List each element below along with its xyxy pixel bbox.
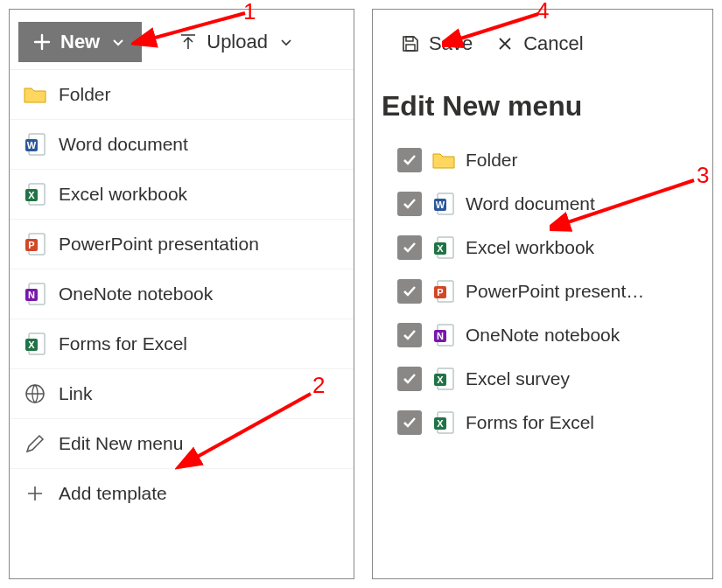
- powerpoint-icon: P: [432, 280, 455, 303]
- check-item-label: PowerPoint presentation: [466, 281, 645, 302]
- check-item-onenote[interactable]: N OneNote notebook: [397, 313, 695, 357]
- excel-icon: X: [432, 411, 455, 434]
- annotation-number-3: 3: [697, 162, 709, 189]
- check-item-excel[interactable]: X Excel workbook: [397, 226, 695, 270]
- excel-icon: X: [432, 368, 455, 390]
- svg-text:W: W: [27, 140, 37, 150]
- annotation-number-1: 1: [243, 0, 256, 25]
- close-icon: [494, 32, 516, 55]
- menu-item-add-template[interactable]: Add template: [10, 469, 354, 518]
- cancel-button[interactable]: Cancel: [494, 32, 583, 55]
- menu-item-label: Forms for Excel: [59, 333, 187, 354]
- svg-text:X: X: [28, 340, 35, 350]
- save-button-label: Save: [429, 32, 473, 55]
- page-title: Edit New menu: [373, 64, 712, 138]
- save-button[interactable]: Save: [399, 32, 473, 55]
- check-item-label: Folder: [466, 150, 518, 171]
- excel-icon: X: [432, 236, 455, 259]
- upload-button-label: Upload: [207, 31, 268, 53]
- new-button-label: New: [60, 31, 100, 53]
- upload-button[interactable]: Upload: [177, 31, 298, 53]
- menu-item-powerpoint[interactable]: P PowerPoint presentation: [10, 220, 354, 270]
- menu-item-label: Edit New menu: [59, 433, 183, 454]
- onenote-icon: N: [432, 324, 455, 346]
- word-icon: W: [24, 133, 46, 156]
- upload-icon: [177, 31, 200, 53]
- check-item-word[interactable]: W Word document: [397, 182, 695, 226]
- menu-item-label: Link: [59, 383, 93, 404]
- menu-item-forms-excel[interactable]: X Forms for Excel: [10, 319, 354, 369]
- folder-icon: [24, 83, 46, 106]
- folder-icon: [432, 149, 455, 172]
- menu-item-label: Excel workbook: [59, 184, 187, 205]
- checkbox-checked-icon[interactable]: [397, 323, 422, 347]
- toolbar: New Upload: [10, 10, 354, 69]
- menu-item-edit-new-menu[interactable]: Edit New menu: [10, 419, 354, 469]
- save-icon: [399, 32, 422, 55]
- svg-text:P: P: [28, 240, 34, 250]
- word-icon: W: [432, 192, 455, 215]
- svg-text:N: N: [437, 331, 444, 341]
- svg-text:X: X: [437, 374, 444, 385]
- checkbox-checked-icon[interactable]: [397, 367, 422, 391]
- check-item-label: Forms for Excel: [466, 412, 594, 433]
- excel-icon: X: [24, 332, 46, 355]
- check-item-label: OneNote notebook: [466, 325, 620, 346]
- menu-item-word[interactable]: W Word document: [10, 120, 354, 170]
- edit-menu-list: Folder W Word document X Excel workbook …: [373, 138, 712, 453]
- svg-text:P: P: [437, 287, 443, 298]
- plus-icon: [24, 482, 46, 505]
- menu-item-label: OneNote notebook: [59, 284, 213, 304]
- check-item-folder[interactable]: Folder: [397, 138, 695, 182]
- annotation-number-2: 2: [312, 372, 325, 399]
- plus-icon: [31, 31, 53, 53]
- svg-text:X: X: [437, 243, 444, 254]
- check-item-label: Excel survey: [466, 368, 570, 389]
- new-button[interactable]: New: [18, 22, 142, 62]
- checkbox-checked-icon[interactable]: [397, 148, 422, 172]
- annotation-number-4: 4: [536, 0, 549, 24]
- check-item-label: Excel workbook: [466, 237, 594, 258]
- powerpoint-icon: P: [24, 233, 46, 256]
- checkbox-checked-icon[interactable]: [397, 410, 422, 435]
- excel-icon: X: [24, 183, 46, 206]
- svg-text:W: W: [436, 200, 445, 210]
- check-item-powerpoint[interactable]: P PowerPoint presentation: [397, 270, 695, 313]
- new-menu: Folder W Word document X Excel workbook …: [10, 69, 354, 518]
- svg-rect-17: [406, 45, 415, 51]
- svg-text:X: X: [28, 190, 35, 200]
- menu-item-link[interactable]: Link: [10, 369, 354, 419]
- check-item-forms-excel[interactable]: X Forms for Excel: [397, 401, 695, 444]
- onenote-icon: N: [24, 283, 46, 305]
- pencil-icon: [24, 432, 46, 455]
- globe-icon: [24, 382, 46, 405]
- menu-item-label: Word document: [59, 134, 188, 155]
- cancel-button-label: Cancel: [523, 32, 583, 55]
- menu-item-excel[interactable]: X Excel workbook: [10, 170, 354, 220]
- right-panel: Save Cancel Edit New menu Folder W Word …: [372, 9, 713, 579]
- left-panel: New Upload Folder W Word document X Exce…: [9, 9, 354, 579]
- checkbox-checked-icon[interactable]: [397, 235, 422, 260]
- menu-item-label: PowerPoint presentation: [59, 234, 259, 255]
- svg-text:N: N: [28, 290, 35, 300]
- menu-item-folder[interactable]: Folder: [10, 70, 354, 120]
- check-item-label: Word document: [466, 193, 595, 214]
- checkbox-checked-icon[interactable]: [397, 192, 422, 216]
- chevron-down-icon: [107, 31, 130, 53]
- svg-text:X: X: [437, 418, 444, 429]
- check-item-excel-survey[interactable]: X Excel survey: [397, 357, 695, 401]
- checkbox-checked-icon[interactable]: [397, 279, 422, 304]
- chevron-down-icon: [275, 31, 298, 53]
- menu-item-label: Add template: [59, 483, 167, 504]
- menu-item-onenote[interactable]: N OneNote notebook: [10, 270, 354, 319]
- menu-item-label: Folder: [59, 84, 111, 105]
